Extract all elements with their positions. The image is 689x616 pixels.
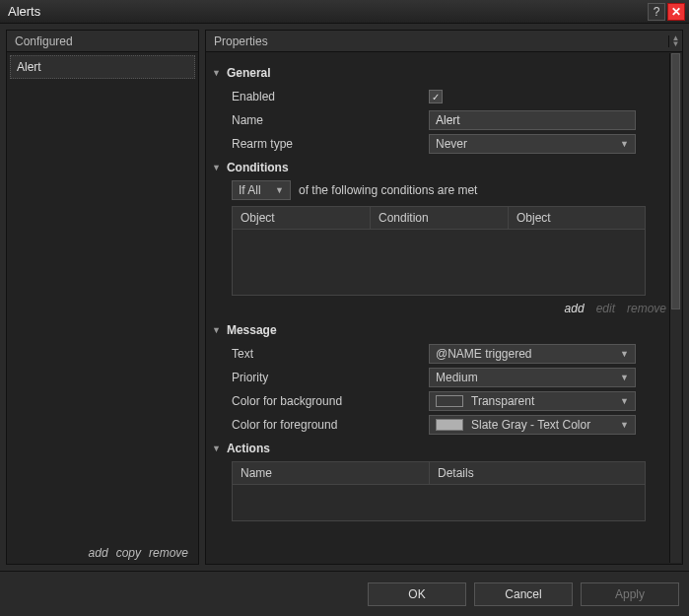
conditions-edit-link: edit: [596, 302, 615, 315]
priority-select[interactable]: Medium ▼: [429, 368, 636, 387]
text-value: @NAME triggered: [436, 347, 532, 361]
general-title: General: [227, 66, 271, 80]
add-link[interactable]: add: [89, 546, 108, 560]
bg-color-label: Color for background: [232, 394, 429, 408]
properties-spin: ▲ ▼: [668, 35, 682, 47]
configured-actions: add copy remove: [7, 542, 198, 564]
actions-col-details: Details: [430, 462, 645, 484]
properties-scrollbar[interactable]: [669, 53, 681, 563]
text-label: Text: [232, 347, 429, 361]
chevron-down-icon: ▼: [620, 396, 629, 406]
scrollbar-thumb[interactable]: [671, 53, 680, 309]
fg-color-swatch: [436, 419, 463, 431]
text-select[interactable]: @NAME triggered ▼: [429, 344, 636, 364]
priority-label: Priority: [232, 371, 429, 384]
cancel-button[interactable]: Cancel: [474, 582, 573, 606]
properties-header-label: Properties: [214, 34, 668, 48]
chevron-down-icon: ▼: [212, 163, 221, 172]
configured-header: Configured: [7, 31, 198, 52]
priority-value: Medium: [436, 371, 478, 384]
enabled-checkbox[interactable]: ✓: [429, 90, 443, 103]
chevron-down-icon: ▼: [620, 373, 629, 382]
chevron-down-icon: ▼: [212, 444, 221, 453]
rearm-label: Rearm type: [232, 137, 429, 151]
properties-panel: Properties ▲ ▼ ▼ General Enabled ✓ Name: [205, 30, 683, 565]
help-button[interactable]: ?: [648, 3, 665, 21]
properties-body: ▼ General Enabled ✓ Name Rearm type Neve…: [206, 52, 682, 564]
remove-link[interactable]: remove: [149, 546, 188, 560]
conditions-mode-value: If All: [239, 183, 261, 197]
bg-color-value: Transparent: [471, 394, 534, 408]
message-section-header[interactable]: ▼ Message: [212, 323, 674, 337]
dialog-body: Configured Alert add copy remove Propert…: [0, 24, 689, 571]
properties-header: Properties ▲ ▼: [206, 31, 682, 52]
chevron-down-icon: ▼: [620, 139, 629, 149]
bg-color-swatch: [436, 395, 463, 407]
conditions-table: Object Condition Object: [232, 206, 646, 296]
actions-col-name: Name: [233, 462, 430, 484]
chevron-down-icon: ▼: [620, 420, 629, 430]
rearm-value: Never: [436, 137, 467, 151]
conditions-suffix: of the following conditions are met: [299, 183, 477, 197]
actions-title: Actions: [227, 442, 270, 455]
conditions-title: Conditions: [227, 161, 289, 174]
conditions-col-object2: Object: [509, 207, 645, 229]
chevron-down-icon: ▼: [212, 325, 221, 335]
conditions-col-object1: Object: [233, 207, 371, 229]
conditions-section-header[interactable]: ▼ Conditions: [212, 161, 674, 174]
chevron-down-icon: ▼: [212, 68, 221, 78]
fg-color-value: Slate Gray - Text Color: [471, 418, 590, 432]
spin-down-icon[interactable]: ▼: [668, 41, 682, 47]
window-title: Alerts: [4, 4, 646, 19]
conditions-mode-select[interactable]: If All ▼: [232, 180, 291, 200]
conditions-col-condition: Condition: [371, 207, 509, 229]
close-button[interactable]: ✕: [667, 3, 685, 21]
fg-color-label: Color for foreground: [232, 418, 429, 432]
fg-color-select[interactable]: Slate Gray - Text Color ▼: [429, 415, 636, 435]
actions-section-header[interactable]: ▼ Actions: [212, 442, 674, 455]
name-label: Name: [232, 113, 429, 127]
title-bar: Alerts ? ✕: [0, 0, 689, 24]
name-field[interactable]: [429, 110, 636, 130]
bg-color-select[interactable]: Transparent ▼: [429, 391, 636, 411]
enabled-label: Enabled: [232, 90, 429, 103]
dialog-footer: OK Cancel Apply: [0, 571, 689, 616]
rearm-select[interactable]: Never ▼: [429, 134, 636, 154]
chevron-down-icon: ▼: [275, 185, 284, 195]
configured-list: Alert: [7, 52, 198, 542]
alerts-dialog: Alerts ? ✕ Configured Alert add copy rem…: [0, 0, 689, 616]
actions-tbody[interactable]: [233, 485, 645, 520]
conditions-add-link[interactable]: add: [565, 302, 585, 315]
message-title: Message: [227, 323, 277, 337]
actions-table: Name Details: [232, 461, 646, 521]
ok-button[interactable]: OK: [368, 582, 466, 606]
list-item[interactable]: Alert: [10, 55, 195, 79]
apply-button: Apply: [581, 582, 679, 606]
copy-link[interactable]: copy: [116, 546, 141, 560]
general-section-header[interactable]: ▼ General: [212, 66, 674, 80]
configured-panel: Configured Alert add copy remove: [6, 30, 199, 565]
chevron-down-icon: ▼: [620, 349, 629, 359]
conditions-tbody[interactable]: [233, 230, 645, 295]
conditions-remove-link: remove: [627, 302, 666, 315]
